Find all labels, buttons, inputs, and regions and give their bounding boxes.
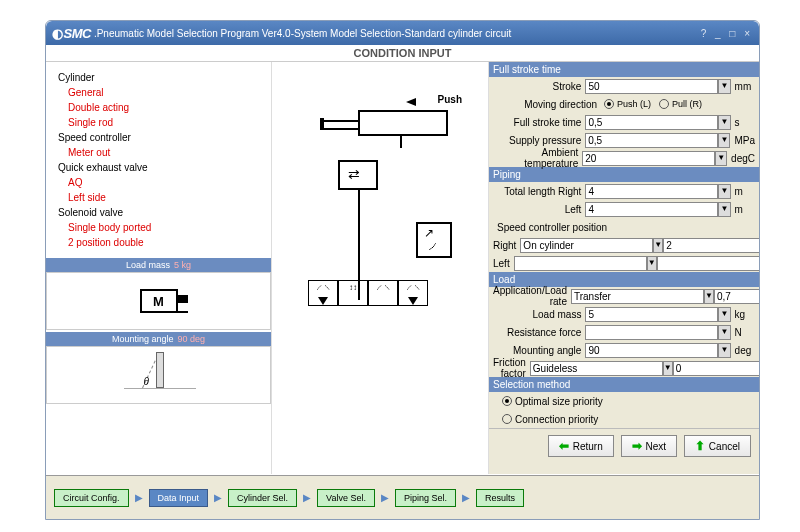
spec-item: Single body ported xyxy=(68,220,259,235)
spec-exhaust-head: Quick exhaust valve xyxy=(58,160,259,175)
supply-label: Supply pressure xyxy=(493,135,585,146)
unit-label: m xyxy=(731,186,755,197)
angle-panel-body: θ xyxy=(46,346,271,404)
mass-label: Load mass xyxy=(493,309,585,320)
friction-val-input[interactable] xyxy=(673,361,759,376)
spec-solenoid-head: Solenoid valve xyxy=(58,205,259,220)
wf-piping-sel[interactable]: Piping Sel. xyxy=(395,489,456,507)
arrow-icon: ▶ xyxy=(214,492,222,503)
dropdown-icon[interactable]: ▼ xyxy=(653,238,663,253)
spec-item: Left side xyxy=(68,190,259,205)
spec-item: Meter out xyxy=(68,145,259,160)
time-input[interactable] xyxy=(585,115,718,130)
total-right-input[interactable] xyxy=(585,184,718,199)
app-rate-input[interactable] xyxy=(714,289,759,304)
sc-left-label: Left xyxy=(493,258,514,269)
unit-label: degC xyxy=(727,153,755,164)
motor-icon: M xyxy=(140,289,178,313)
dropdown-icon[interactable]: ▼ xyxy=(718,133,730,148)
section-selmethod: Selection method xyxy=(489,377,759,392)
dropdown-icon[interactable]: ▼ xyxy=(718,343,730,358)
arrow-icon: ▶ xyxy=(462,492,470,503)
dropdown-icon[interactable]: ▼ xyxy=(718,202,730,217)
smc-logo: SMC xyxy=(52,26,91,41)
unit-label: mm xyxy=(731,81,755,92)
stroke-input[interactable] xyxy=(585,79,718,94)
dropdown-icon[interactable]: ▼ xyxy=(663,361,673,376)
throttle-symbol xyxy=(416,222,452,258)
connection-radio[interactable] xyxy=(502,414,512,424)
page-header: CONDITION INPUT xyxy=(46,45,759,62)
loadmass-panel-header: Load mass5 kg xyxy=(46,258,271,272)
total-right-label: Total length Right xyxy=(493,186,585,197)
total-left-input[interactable] xyxy=(585,202,718,217)
friction-input[interactable] xyxy=(530,361,663,376)
dropdown-icon[interactable]: ▼ xyxy=(718,184,730,199)
wf-circuit-config[interactable]: Circuit Config. xyxy=(54,489,129,507)
stroke-label: Stroke xyxy=(493,81,585,92)
dropdown-icon[interactable]: ▼ xyxy=(704,289,714,304)
arrow-right-icon: ➡ xyxy=(632,439,642,453)
angle-diagram: θ xyxy=(114,350,204,400)
total-left-label: Left xyxy=(493,204,585,215)
pull-radio[interactable] xyxy=(659,99,669,109)
loadmass-panel-body: M xyxy=(46,272,271,330)
dropdown-icon[interactable]: ▼ xyxy=(715,151,727,166)
pull-option: Pull (R) xyxy=(672,99,702,109)
spec-item: Double acting xyxy=(68,100,259,115)
push-radio[interactable] xyxy=(604,99,614,109)
time-label: Full stroke time xyxy=(493,117,585,128)
flow-control-symbol xyxy=(338,160,378,190)
resist-input[interactable] xyxy=(585,325,718,340)
push-arrow-icon xyxy=(406,98,416,106)
dropdown-icon[interactable]: ▼ xyxy=(718,115,730,130)
sc-right-num-input[interactable] xyxy=(663,238,759,253)
ambient-label: Ambient temperature xyxy=(493,147,582,169)
resist-label: Resistance force xyxy=(493,327,585,338)
sc-right-input[interactable] xyxy=(520,238,653,253)
supply-input[interactable] xyxy=(585,133,718,148)
app-label: Application/Load rate xyxy=(493,285,571,307)
window-controls[interactable]: ? _ □ × xyxy=(701,28,753,39)
titlebar: SMC .Pneumatic Model Selection Program V… xyxy=(46,21,759,45)
dropdown-icon[interactable]: ▼ xyxy=(718,79,730,94)
sc-left-input[interactable] xyxy=(514,256,647,271)
unit-label: N xyxy=(731,327,755,338)
optimal-label: Optimal size priority xyxy=(515,396,603,407)
cancel-button[interactable]: ⬆Cancel xyxy=(684,435,751,457)
wf-results[interactable]: Results xyxy=(476,489,524,507)
app-input[interactable] xyxy=(571,289,704,304)
optimal-radio[interactable] xyxy=(502,396,512,406)
app-window: SMC .Pneumatic Model Selection Program V… xyxy=(45,20,760,520)
next-button[interactable]: ➡Next xyxy=(621,435,678,457)
wf-data-input[interactable]: Data Input xyxy=(149,489,209,507)
unit-label: deg xyxy=(731,345,755,356)
cylinder-symbol xyxy=(358,110,448,136)
angle-input[interactable] xyxy=(585,343,718,358)
workflow-bar: Circuit Config. ▶ Data Input ▶ Cylinder … xyxy=(46,475,759,519)
wf-cylinder-sel[interactable]: Cylinder Sel. xyxy=(228,489,297,507)
sc-right-label: Right xyxy=(493,240,520,251)
ambient-input[interactable] xyxy=(582,151,715,166)
spec-cylinder-head: Cylinder xyxy=(58,70,259,85)
dropdown-icon[interactable]: ▼ xyxy=(647,256,657,271)
unit-label: kg xyxy=(731,309,755,320)
spec-item: Single rod xyxy=(68,115,259,130)
pneumatic-diagram xyxy=(308,110,458,300)
spec-speed-head: Speed controller xyxy=(58,130,259,145)
wf-valve-sel[interactable]: Valve Sel. xyxy=(317,489,375,507)
arrow-icon: ▶ xyxy=(303,492,311,503)
spec-item: 2 position double xyxy=(68,235,259,250)
push-option: Push (L) xyxy=(617,99,651,109)
arrow-up-icon: ⬆ xyxy=(695,439,705,453)
sc-left-num-input[interactable] xyxy=(657,256,759,271)
return-button[interactable]: ⬅Return xyxy=(548,435,614,457)
section-piping: Piping xyxy=(489,167,759,182)
dropdown-icon[interactable]: ▼ xyxy=(718,307,730,322)
spec-list: Cylinder General Double acting Single ro… xyxy=(46,62,271,258)
mass-input[interactable] xyxy=(585,307,718,322)
unit-label: MPa xyxy=(730,135,755,146)
scpos-label: Speed controller position xyxy=(493,222,611,233)
dropdown-icon[interactable]: ▼ xyxy=(718,325,730,340)
valve-symbol: ⟋⟍ ↕↕ ⟋⟍ ⟋⟍ xyxy=(308,280,428,306)
